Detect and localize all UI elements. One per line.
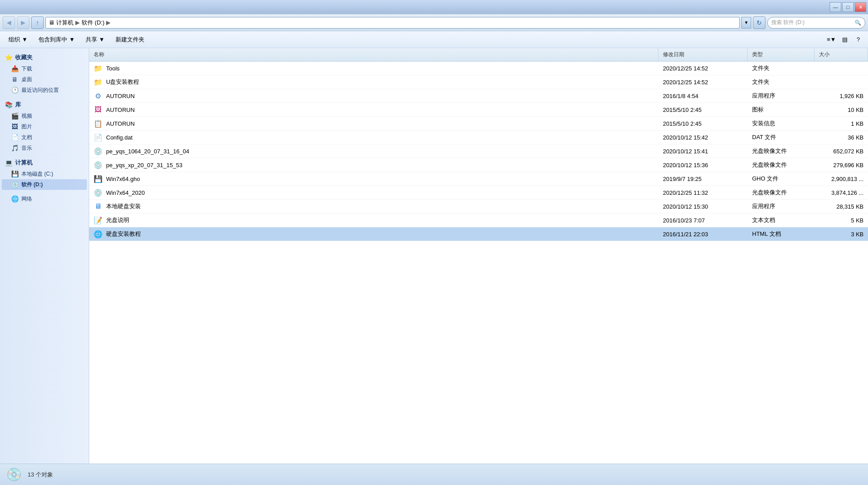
path-drive[interactable]: 软件 (D:) [82,19,104,27]
file-type: 光盘映像文件 [748,159,815,171]
file-name-cell: ⚙ AUTORUN [89,89,658,103]
sidebar-item-recent[interactable]: 🕐 最近访问的位置 [2,85,87,95]
forward-button[interactable]: ▶ [17,16,29,29]
video-icon: 🎬 [11,112,19,120]
sidebar-item-doc[interactable]: 📄 文档 [2,132,87,143]
col-name[interactable]: 名称 [89,48,658,61]
new-folder-button[interactable]: 新建文件夹 [111,33,149,46]
sidebar-item-video[interactable]: 🎬 视频 [2,111,87,121]
computer-header: 💻 计算机 [2,157,87,169]
file-type-icon: 📁 [94,78,103,86]
computer-section: 💻 计算机 💾 本地磁盘 (C:) 💿 软件 (D:) [2,157,87,190]
statusbar-icon: 💿 [5,466,22,483]
help-button[interactable]: ? [852,33,864,46]
close-button[interactable]: ✕ [855,2,866,12]
file-size: 2,900,813 ... [815,173,868,185]
file-modified: 2020/12/25 14:52 [658,63,748,74]
file-name: Tools [106,65,119,72]
file-name-cell: 💿 Win7x64_2020 [89,186,658,199]
file-modified: 2020/12/25 11:32 [658,187,748,198]
file-type: 应用程序 [748,200,815,213]
separator1: ▶ [75,19,80,26]
file-name-cell: 📁 Tools [89,62,658,75]
table-row[interactable]: 📁 Tools 2020/12/25 14:52 文件夹 [89,62,868,75]
include-library-button[interactable]: 包含到库中 ▼ [33,33,80,46]
search-box[interactable]: 搜索 软件 (D:) 🔍 [767,17,865,29]
file-modified: 2015/5/10 2:45 [658,118,748,129]
file-size: 5 KB [815,215,868,226]
sidebar-item-music[interactable]: 🎵 音乐 [2,143,87,153]
file-modified: 2019/9/7 19:25 [658,173,748,185]
path-computer[interactable]: 计算机 [56,19,74,27]
sidebar-item-c-drive[interactable]: 💾 本地磁盘 (C:) [2,169,87,179]
address-path[interactable]: 🖥 计算机 ▶ 软件 (D:) ▶ [45,17,740,29]
table-row[interactable]: ⚙ AUTORUN 2016/1/8 4:54 应用程序 1,926 KB [89,89,868,103]
table-row[interactable]: 💿 Win7x64_2020 2020/12/25 11:32 光盘映像文件 3… [89,186,868,200]
file-name-cell: 🖥 本地硬盘安装 [89,200,658,213]
doc-label: 文档 [21,134,32,141]
table-row[interactable]: 💿 pe_yqs_1064_20_07_31_16_04 2020/10/12 … [89,144,868,158]
file-list-area: 名称 修改日期 类型 大小 📁 Tools 2020/12/25 14:52 文… [89,48,868,464]
d-drive-icon: 💿 [11,181,19,189]
address-dropdown[interactable]: ▼ [741,17,751,29]
share-dropdown-icon: ▼ [99,36,105,43]
file-name: AUTORUN [106,107,135,113]
network-section: 🌐 网络 [2,193,87,204]
sidebar-item-d-drive[interactable]: 💿 软件 (D:) [2,179,87,190]
col-modified[interactable]: 修改日期 [658,48,748,61]
view-icon: ≡ [827,36,831,43]
share-button[interactable]: 共享 ▼ [81,33,110,46]
back-button[interactable]: ◀ [3,16,15,29]
table-row[interactable]: 🖥 本地硬盘安装 2020/10/12 15:30 应用程序 28,315 KB [89,200,868,214]
search-icon[interactable]: 🔍 [855,20,861,26]
file-name: Win7x64_2020 [106,189,145,196]
computer-sidebar-label: 计算机 [15,159,33,167]
col-size[interactable]: 大小 [815,48,868,61]
d-drive-label: 软件 (D:) [21,181,43,189]
file-name: U盘安装教程 [106,78,139,86]
file-modified: 2020/12/25 14:52 [658,77,748,88]
file-name: Config.dat [106,134,132,141]
maximize-button[interactable]: □ [842,2,854,12]
table-row[interactable]: 📋 AUTORUN 2015/5/10 2:45 安装信息 1 KB [89,117,868,131]
table-row[interactable]: 📝 光盘说明 2016/10/23 7:07 文本文档 5 KB [89,214,868,227]
include-dropdown-icon: ▼ [69,36,75,43]
file-size: 3,874,126 ... [815,187,868,198]
organize-button[interactable]: 组织 ▼ [4,33,33,46]
file-type-icon: 🖥 [94,202,103,211]
sidebar-item-desktop[interactable]: 🖥 桌面 [2,74,87,85]
sidebar-item-network[interactable]: 🌐 网络 [2,193,87,204]
file-name: AUTORUN [106,93,135,99]
main-content: ⭐ 收藏夹 📥 下载 🖥 桌面 🕐 最近访问的位置 📚 库 🎬 [0,48,868,464]
table-row[interactable]: 📁 U盘安装教程 2020/12/25 14:52 文件夹 [89,75,868,89]
file-type: DAT 文件 [748,131,815,144]
favorites-section: ⭐ 收藏夹 📥 下载 🖥 桌面 🕐 最近访问的位置 [2,52,87,95]
new-folder-label: 新建文件夹 [115,36,144,44]
table-row[interactable]: 🌐 硬盘安装教程 2016/11/21 22:03 HTML 文档 3 KB [89,227,868,241]
file-type-icon: 💾 [94,174,103,183]
table-row[interactable]: 💾 Win7x64.gho 2019/9/7 19:25 GHO 文件 2,90… [89,172,868,186]
view-button[interactable]: ≡ ▼ [825,33,838,46]
desktop-label: 桌面 [21,76,32,83]
file-name: pe_yqs_1064_20_07_31_16_04 [106,148,189,155]
recent-icon: 🕐 [11,86,19,94]
file-type: 文件夹 [748,76,815,88]
sidebar-item-image[interactable]: 🖼 图片 [2,121,87,132]
table-row[interactable]: 🖼 AUTORUN 2015/5/10 2:45 图标 10 KB [89,103,868,117]
addressbar: ◀ ▶ ↑ 🖥 计算机 ▶ 软件 (D:) ▶ ▼ ↻ 搜索 软件 (D:) 🔍 [0,14,868,31]
file-name: pe_yqs_xp_20_07_31_15_53 [106,162,182,169]
up-button[interactable]: ↑ [31,16,44,29]
minimize-button[interactable]: — [830,2,841,12]
preview-pane-button[interactable]: ▤ [839,33,851,46]
table-row[interactable]: 💿 pe_yqs_xp_20_07_31_15_53 2020/10/12 15… [89,158,868,172]
table-row[interactable]: 📄 Config.dat 2020/10/12 15:42 DAT 文件 36 … [89,131,868,144]
toolbar: 组织 ▼ 包含到库中 ▼ 共享 ▼ 新建文件夹 ≡ ▼ ▤ ? [0,31,868,48]
refresh-button[interactable]: ↻ [753,16,765,29]
titlebar: — □ ✕ [0,0,868,14]
file-name: 本地硬盘安装 [106,202,141,210]
sidebar-item-downloads[interactable]: 📥 下载 [2,63,87,74]
file-type-icon: 📁 [94,64,103,73]
col-type[interactable]: 类型 [748,48,815,61]
file-modified: 2020/10/12 15:36 [658,160,748,171]
favorites-header: ⭐ 收藏夹 [2,52,87,63]
